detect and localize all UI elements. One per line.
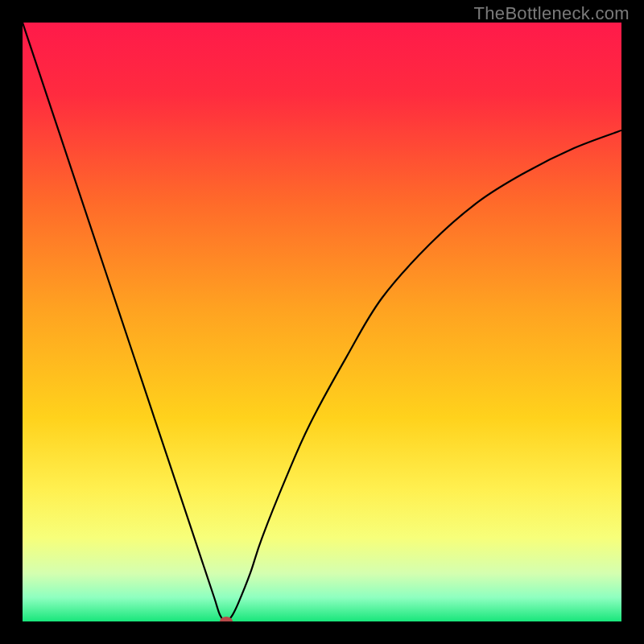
bottleneck-curve <box>23 23 621 621</box>
curve-layer <box>23 23 621 621</box>
plot-area <box>23 23 621 621</box>
watermark-text: TheBottleneck.com <box>474 3 630 24</box>
chart-frame: TheBottleneck.com <box>0 0 644 644</box>
optimal-point-marker <box>220 617 233 621</box>
